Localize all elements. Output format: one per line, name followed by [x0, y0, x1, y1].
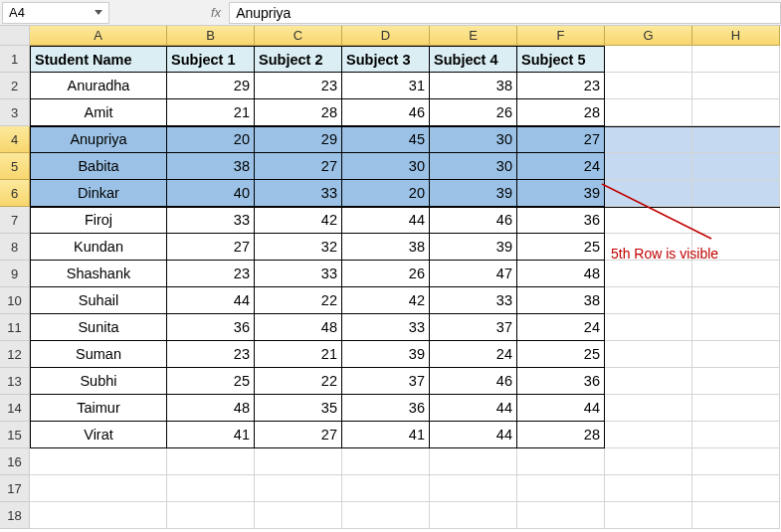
cell-H13[interactable]	[692, 368, 780, 395]
cell-G4[interactable]	[605, 126, 692, 153]
cell-A14[interactable]: Taimur	[30, 395, 167, 422]
cell-A9[interactable]: Shashank	[30, 261, 167, 287]
fx-icon[interactable]: fx	[211, 5, 221, 20]
cell-D13[interactable]: 37	[342, 368, 430, 395]
cell-C3[interactable]: 28	[255, 99, 342, 126]
cell-G13[interactable]	[605, 368, 692, 395]
col-header-H[interactable]: H	[692, 26, 780, 46]
cell-C4[interactable]: 29	[255, 126, 342, 153]
cell-E16[interactable]	[430, 448, 517, 475]
cell-E6[interactable]: 39	[430, 180, 517, 207]
cell-D6[interactable]: 20	[342, 180, 430, 207]
cell-H1[interactable]	[692, 46, 780, 73]
cell-F7[interactable]: 36	[517, 207, 605, 234]
cell-D17[interactable]	[342, 475, 430, 502]
row-header-9[interactable]: 9	[0, 261, 30, 287]
row-header-4[interactable]: 4	[0, 126, 30, 153]
cell-C8[interactable]: 32	[255, 234, 342, 261]
cell-G5[interactable]	[605, 153, 692, 180]
formula-input[interactable]: Anupriya	[229, 2, 781, 24]
cell-B3[interactable]: 21	[167, 99, 255, 126]
cell-B7[interactable]: 33	[167, 207, 255, 234]
cell-C10[interactable]: 22	[255, 287, 342, 314]
cell-B6[interactable]: 40	[167, 180, 255, 207]
cell-E18[interactable]	[430, 502, 517, 529]
cell-B10[interactable]: 44	[167, 287, 255, 314]
cell-E11[interactable]: 37	[430, 314, 517, 341]
cell-G9[interactable]	[605, 261, 692, 287]
cell-A11[interactable]: Sunita	[30, 314, 167, 341]
cell-A10[interactable]: Suhail	[30, 287, 167, 314]
cell-F14[interactable]: 44	[517, 395, 605, 422]
cell-D11[interactable]: 33	[342, 314, 430, 341]
cell-B1[interactable]: Subject 1	[167, 46, 255, 73]
cell-F2[interactable]: 23	[517, 73, 605, 99]
cell-D14[interactable]: 36	[342, 395, 430, 422]
cell-A5[interactable]: Babita	[30, 153, 167, 180]
cell-C6[interactable]: 33	[255, 180, 342, 207]
cell-B12[interactable]: 23	[167, 341, 255, 368]
cell-G10[interactable]	[605, 287, 692, 314]
cell-C13[interactable]: 22	[255, 368, 342, 395]
cell-F5[interactable]: 24	[517, 153, 605, 180]
cell-E14[interactable]: 44	[430, 395, 517, 422]
cell-B18[interactable]	[167, 502, 255, 529]
cell-H2[interactable]	[692, 73, 780, 99]
cell-C14[interactable]: 35	[255, 395, 342, 422]
cell-A16[interactable]	[30, 448, 167, 475]
cell-E12[interactable]: 24	[430, 341, 517, 368]
row-header-5[interactable]: 5	[0, 153, 30, 180]
cell-C5[interactable]: 27	[255, 153, 342, 180]
cell-F15[interactable]: 28	[517, 422, 605, 448]
cell-F12[interactable]: 25	[517, 341, 605, 368]
cell-D12[interactable]: 39	[342, 341, 430, 368]
row-header-11[interactable]: 11	[0, 314, 30, 341]
cell-G1[interactable]	[605, 46, 692, 73]
name-box[interactable]: A4	[2, 2, 109, 24]
col-header-F[interactable]: F	[517, 26, 605, 46]
row-header-12[interactable]: 12	[0, 341, 30, 368]
cell-C2[interactable]: 23	[255, 73, 342, 99]
cell-A4[interactable]: Anupriya	[30, 126, 167, 153]
cell-G6[interactable]	[605, 180, 692, 207]
cell-D1[interactable]: Subject 3	[342, 46, 430, 73]
cell-H15[interactable]	[692, 422, 780, 448]
col-header-D[interactable]: D	[342, 26, 430, 46]
select-all-corner[interactable]	[0, 26, 30, 46]
cell-C11[interactable]: 48	[255, 314, 342, 341]
row-header-1[interactable]: 1	[0, 46, 30, 73]
cell-H5[interactable]	[692, 153, 780, 180]
cell-G7[interactable]	[605, 207, 692, 234]
cell-E5[interactable]: 30	[430, 153, 517, 180]
cell-C9[interactable]: 33	[255, 261, 342, 287]
cell-D4[interactable]: 45	[342, 126, 430, 153]
cell-A18[interactable]	[30, 502, 167, 529]
cell-D7[interactable]: 44	[342, 207, 430, 234]
cell-H3[interactable]	[692, 99, 780, 126]
cell-C15[interactable]: 27	[255, 422, 342, 448]
cell-G17[interactable]	[605, 475, 692, 502]
cell-G3[interactable]	[605, 99, 692, 126]
cell-H17[interactable]	[692, 475, 780, 502]
cell-F8[interactable]: 25	[517, 234, 605, 261]
cell-E17[interactable]	[430, 475, 517, 502]
cell-F3[interactable]: 28	[517, 99, 605, 126]
cell-E7[interactable]: 46	[430, 207, 517, 234]
cell-A6[interactable]: Dinkar	[30, 180, 167, 207]
row-header-8[interactable]: 8	[0, 234, 30, 261]
cell-B4[interactable]: 20	[167, 126, 255, 153]
cell-A2[interactable]: Anuradha	[30, 73, 167, 99]
cell-A1[interactable]: Student Name	[30, 46, 167, 73]
cell-E10[interactable]: 33	[430, 287, 517, 314]
cell-H16[interactable]	[692, 448, 780, 475]
cell-F9[interactable]: 48	[517, 261, 605, 287]
cell-G16[interactable]	[605, 448, 692, 475]
cell-D15[interactable]: 41	[342, 422, 430, 448]
row-header-13[interactable]: 13	[0, 368, 30, 395]
cell-B9[interactable]: 23	[167, 261, 255, 287]
row-header-10[interactable]: 10	[0, 287, 30, 314]
cell-G2[interactable]	[605, 73, 692, 99]
cell-B15[interactable]: 41	[167, 422, 255, 448]
cell-B14[interactable]: 48	[167, 395, 255, 422]
cell-C1[interactable]: Subject 2	[255, 46, 342, 73]
